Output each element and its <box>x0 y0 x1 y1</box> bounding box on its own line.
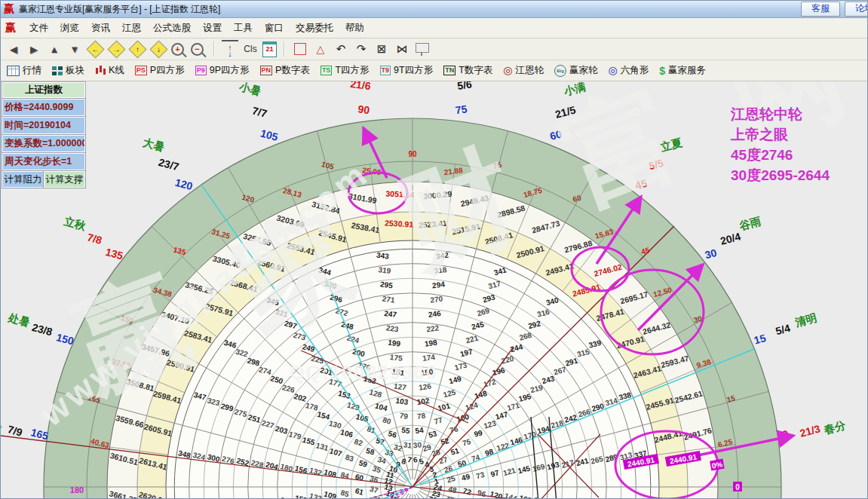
menu-settings[interactable]: 设置 <box>197 20 228 37</box>
svg-text:21/6: 21/6 <box>349 81 371 92</box>
calc-support-button[interactable]: 计算支撑 <box>44 171 85 188</box>
menu-help[interactable]: 帮助 <box>339 20 370 37</box>
svg-text:5/5: 5/5 <box>648 157 665 173</box>
menu-file[interactable]: 文件 <box>23 20 54 37</box>
scroll-down-button[interactable]: ▼ <box>66 41 83 57</box>
svg-text:小暑: 小暑 <box>238 81 262 98</box>
toolbar-separator <box>213 41 215 57</box>
svg-text:78: 78 <box>416 412 426 421</box>
triangle-tool-icon[interactable]: △ <box>312 41 329 57</box>
svg-text:318: 318 <box>434 265 447 275</box>
big-wheel-icon: Big <box>554 65 566 77</box>
svg-text:23/7: 23/7 <box>158 156 181 173</box>
rotate-cw-icon[interactable]: ↷ <box>353 41 370 57</box>
svg-text:立夏: 立夏 <box>658 136 684 154</box>
svg-text:198: 198 <box>424 338 437 348</box>
index-info-panel: 上证指数 价格=2440.9099 时间=20190104 变换系数=1.000… <box>2 82 85 188</box>
tab-kline[interactable]: K线 <box>95 64 124 77</box>
svg-text:23/8: 23/8 <box>31 321 54 338</box>
rotate-ccw-icon[interactable]: ↶ <box>333 41 349 57</box>
svg-text:清明: 清明 <box>793 311 818 329</box>
svg-text:5/4: 5/4 <box>774 322 792 338</box>
forum-button[interactable]: 论坛 <box>845 2 867 17</box>
tab-hexagon[interactable]: ◎六角形 <box>609 64 649 77</box>
svg-text:199: 199 <box>388 338 401 348</box>
tab-gann-wheel[interactable]: ◎江恩轮 <box>503 64 544 77</box>
menu-trade[interactable]: 交易委托 <box>290 20 339 37</box>
customer-service-button[interactable]: 客服 <box>801 2 840 17</box>
menu-news[interactable]: 资讯 <box>85 20 116 37</box>
chart-type-bar: 行情 板块 K线 PSP四方形 P99P四方形 PNP数字表 TST四方形 T9… <box>1 60 867 81</box>
menu-tools[interactable]: 工具 <box>228 20 259 37</box>
shrink-icon[interactable]: ⋈ <box>394 41 410 57</box>
tab-p-table[interactable]: PNP数字表 <box>260 64 310 77</box>
svg-text:15: 15 <box>753 332 767 347</box>
menu-browse[interactable]: 浏览 <box>54 20 85 37</box>
svg-text:30: 30 <box>704 246 718 262</box>
pan-up-button[interactable]: ↑ <box>128 40 146 58</box>
svg-text:31: 31 <box>403 440 413 449</box>
svg-text:60: 60 <box>548 127 563 142</box>
zoom-in-icon[interactable]: + <box>171 43 184 56</box>
menu-logo-icon: 赢 <box>5 21 16 35</box>
svg-text:342: 342 <box>435 251 449 261</box>
candlestick-icon <box>95 66 106 75</box>
index-name: 上证指数 <box>2 82 85 98</box>
tab-quotes[interactable]: 行情 <box>7 64 41 77</box>
time-value: 时间=20190104 <box>2 117 85 134</box>
svg-text:小满: 小满 <box>562 81 587 98</box>
tab-winner-wheel[interactable]: Big赢家轮 <box>554 64 598 77</box>
tab-sectors[interactable]: 板块 <box>52 64 84 77</box>
grid-icon <box>7 66 20 76</box>
tn-badge-icon: TN <box>443 66 455 75</box>
pan-left-button[interactable]: ← <box>86 40 104 58</box>
pan-right-button[interactable]: → <box>107 40 125 58</box>
zoom-out-icon[interactable]: − <box>191 43 204 56</box>
tab-winner-service[interactable]: $赢家服务 <box>659 64 706 77</box>
pn-badge-icon: PN <box>260 66 273 75</box>
svg-text:151: 151 <box>391 367 405 377</box>
svg-text:120: 120 <box>174 176 195 193</box>
t9-badge-icon: T9 <box>380 66 391 75</box>
svg-text:294: 294 <box>431 280 445 289</box>
svg-text:30: 30 <box>413 440 422 449</box>
square-tool-icon[interactable] <box>292 41 308 57</box>
menu-formula-stockpick[interactable]: 公式选股 <box>147 20 197 37</box>
scroll-left-button[interactable]: ◀ <box>5 41 22 57</box>
svg-text:223: 223 <box>385 323 399 333</box>
tab-t-table[interactable]: TNT数字表 <box>443 64 492 77</box>
svg-text:319: 319 <box>378 265 391 275</box>
svg-text:55: 55 <box>401 426 411 435</box>
svg-text:135: 135 <box>104 246 124 262</box>
pan-down-button[interactable]: ↓ <box>149 40 167 58</box>
tab-p-square[interactable]: PSP四方形 <box>135 64 185 77</box>
svg-text:20/4: 20/4 <box>719 230 742 247</box>
svg-text:5/6: 5/6 <box>456 81 473 92</box>
app-logo-icon: 赢 <box>4 2 14 16</box>
svg-text:90: 90 <box>357 103 371 116</box>
dollar-icon: $ <box>659 65 665 77</box>
cls-button[interactable]: Cls <box>242 41 259 57</box>
svg-text:295: 295 <box>380 280 394 289</box>
whiteboard-icon[interactable] <box>414 41 431 57</box>
svg-text:150: 150 <box>420 367 434 377</box>
hexagon-icon: ◎ <box>609 66 618 75</box>
menu-gann[interactable]: 江恩 <box>116 20 147 37</box>
scroll-right-button[interactable]: ▶ <box>26 41 42 57</box>
calendar-icon[interactable]: 21 <box>262 41 277 57</box>
scroll-up-button[interactable]: ▲ <box>46 41 63 57</box>
svg-text:54: 54 <box>415 426 425 435</box>
tab-9t-square[interactable]: T99T四方形 <box>380 64 434 77</box>
svg-text:21/3: 21/3 <box>799 422 822 439</box>
tab-t-square[interactable]: TST四方形 <box>321 64 370 77</box>
svg-text:立秋: 立秋 <box>62 215 87 232</box>
menu-bar: 赢 文件 浏览 资讯 江恩 公式选股 设置 工具 窗口 交易委托 帮助 <box>1 18 867 38</box>
menu-window[interactable]: 窗口 <box>259 20 290 37</box>
tab-9p-square[interactable]: P99P四方形 <box>195 64 250 77</box>
calc-resistance-button[interactable]: 计算阻力 <box>2 171 44 188</box>
range-tool-icon[interactable]: ↑↓ <box>222 40 238 59</box>
expand-icon[interactable]: ⊠ <box>373 41 390 57</box>
svg-text:175: 175 <box>389 353 403 363</box>
toolbar-separator <box>284 41 285 57</box>
svg-text:7/8: 7/8 <box>86 231 103 246</box>
